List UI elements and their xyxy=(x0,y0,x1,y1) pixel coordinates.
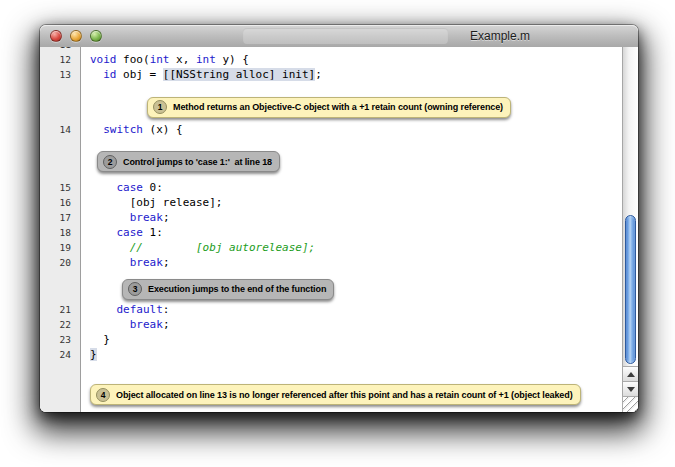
code-line-23: 23 } xyxy=(40,332,622,347)
code-lines: 1112void foo(int x, int y) {13 id obj = … xyxy=(40,47,622,405)
code-line-19: 19 // [obj autorelease]; xyxy=(40,240,622,255)
code-line-15: 15 case 0: xyxy=(40,180,622,195)
resize-grip[interactable] xyxy=(622,396,638,412)
analyzer-report: 1112void foo(int x, int y) {13 id obj = … xyxy=(40,47,638,412)
code-text: switch (x) { xyxy=(81,122,183,137)
balloon-text: Execution jumps to the end of the functi… xyxy=(148,284,326,294)
zoom-button[interactable] xyxy=(90,30,102,42)
analyzer-balloon-3: 3Execution jumps to the end of the funct… xyxy=(122,279,334,300)
code-text: case 1: xyxy=(81,225,163,240)
example-window: Example.m 1112void foo(int x, int y) {13… xyxy=(40,25,638,412)
code-line-12: 12void foo(int x, int y) { xyxy=(40,52,622,67)
code-line-20: 20 break; xyxy=(40,255,622,270)
code-line-21: 21 default: xyxy=(40,302,622,317)
line-number: 18 xyxy=(40,225,81,240)
up-arrow-icon xyxy=(627,372,635,377)
line-number: 12 xyxy=(40,52,81,67)
code-line-16: 16 [obj release]; xyxy=(40,195,622,210)
scroll-up-button[interactable] xyxy=(623,366,638,381)
balloon-text: Object allocated on line 13 is no longer… xyxy=(116,390,573,400)
balloon-text: Control jumps to 'case 1:' at line 18 xyxy=(123,157,272,167)
titlebar-inset xyxy=(243,28,448,44)
minimize-button[interactable] xyxy=(70,30,82,42)
line-number: 20 xyxy=(40,255,81,270)
line-number: 15 xyxy=(40,180,81,195)
window-title: Example.m xyxy=(470,25,530,47)
code-line-13: 13 id obj = [[NSString alloc] init]; xyxy=(40,67,622,82)
titlebar: Example.m xyxy=(40,25,638,48)
step-badge: 3 xyxy=(128,282,142,296)
code-text: default: xyxy=(81,302,169,317)
code-text: id obj = [[NSString alloc] init]; xyxy=(81,67,322,82)
code-text: break; xyxy=(81,317,170,332)
line-number: 23 xyxy=(40,332,81,347)
code-text: [obj release]; xyxy=(81,195,222,210)
line-number: 16 xyxy=(40,195,81,210)
line-number: 22 xyxy=(40,317,81,332)
window-controls xyxy=(50,30,102,42)
line-number: 21 xyxy=(40,302,81,317)
code-line-14: 14 switch (x) { xyxy=(40,122,622,137)
analyzer-balloon-4: 4Object allocated on line 13 is no longe… xyxy=(90,384,581,405)
desktop: { "window": { "title": "Example.m" }, "e… xyxy=(0,0,675,467)
code-text: void foo(int x, int y) { xyxy=(81,52,249,67)
code-text: } xyxy=(81,347,97,362)
code-text: break; xyxy=(81,255,170,270)
code-line-17: 17 break; xyxy=(40,210,622,225)
close-button[interactable] xyxy=(50,30,62,42)
vertical-scrollbar[interactable] xyxy=(622,47,638,412)
code-text: } xyxy=(81,332,110,347)
vertical-scrollbar-thumb[interactable] xyxy=(625,215,636,364)
balloon-text: Method returns an Objective-C object wit… xyxy=(173,102,503,112)
down-arrow-icon xyxy=(627,387,635,392)
code-line-22: 22 break; xyxy=(40,317,622,332)
line-number: 17 xyxy=(40,210,81,225)
step-badge: 1 xyxy=(153,100,167,114)
step-badge: 2 xyxy=(103,155,117,169)
line-number: 13 xyxy=(40,67,81,82)
scroll-down-button[interactable] xyxy=(623,381,638,396)
line-number: 24 xyxy=(40,347,81,362)
code-pane: 1112void foo(int x, int y) {13 id obj = … xyxy=(40,47,622,412)
code-text: // [obj autorelease]; xyxy=(81,240,315,255)
analyzer-balloon-2: 2Control jumps to 'case 1:' at line 18 xyxy=(97,151,280,172)
step-badge: 4 xyxy=(96,388,110,402)
code-line-18: 18 case 1: xyxy=(40,225,622,240)
line-number: 19 xyxy=(40,240,81,255)
code-line-24: 24} xyxy=(40,347,622,362)
analyzer-balloon-1: 1Method returns an Objective-C object wi… xyxy=(147,97,511,118)
code-text: break; xyxy=(81,210,170,225)
code-text: case 0: xyxy=(81,180,163,195)
line-number: 14 xyxy=(40,122,81,137)
